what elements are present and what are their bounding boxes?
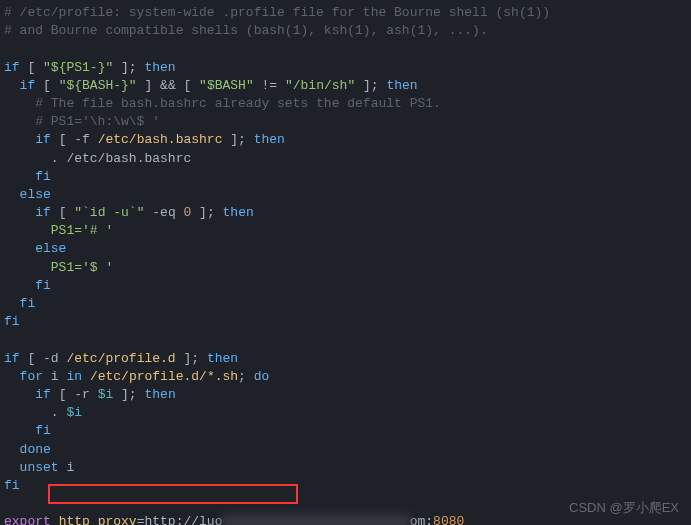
comment-line: # PS1='\h:\w\$ ' (4, 113, 687, 131)
comment-line: # and Bourne compatible shells (bash(1),… (4, 22, 687, 40)
code-line: else (4, 240, 687, 258)
code-line: PS1='# ' (4, 222, 687, 240)
code-line: if [ "`id -u`" -eq 0 ]; then (4, 204, 687, 222)
code-line: fi (4, 295, 687, 313)
code-line: else (4, 186, 687, 204)
comment-line: # /etc/profile: system-wide .profile fil… (4, 4, 687, 22)
code-line: if [ -f /etc/bash.bashrc ]; then (4, 131, 687, 149)
code-line: if [ -r $i ]; then (4, 386, 687, 404)
blank-line (4, 331, 687, 349)
code-line: fi (4, 313, 687, 331)
code-line: if [ "${PS1-}" ]; then (4, 59, 687, 77)
code-line: if [ -d /etc/profile.d ]; then (4, 350, 687, 368)
watermark: CSDN @罗小爬EX (569, 499, 679, 517)
comment-line: # The file bash.bashrc already sets the … (4, 95, 687, 113)
code-line: unset i (4, 459, 687, 477)
code-line: fi (4, 477, 687, 495)
code-line: . /etc/bash.bashrc (4, 150, 687, 168)
blank-line (4, 40, 687, 58)
code-line: fi (4, 168, 687, 186)
code-line: done (4, 441, 687, 459)
code-line: if [ "${BASH-}" ] && [ "$BASH" != "/bin/… (4, 77, 687, 95)
code-line: . $i (4, 404, 687, 422)
terminal-editor: # /etc/profile: system-wide .profile fil… (4, 4, 687, 525)
code-line: fi (4, 422, 687, 440)
code-line: for i in /etc/profile.d/*.sh; do (4, 368, 687, 386)
code-line: PS1='$ ' (4, 259, 687, 277)
code-line: fi (4, 277, 687, 295)
